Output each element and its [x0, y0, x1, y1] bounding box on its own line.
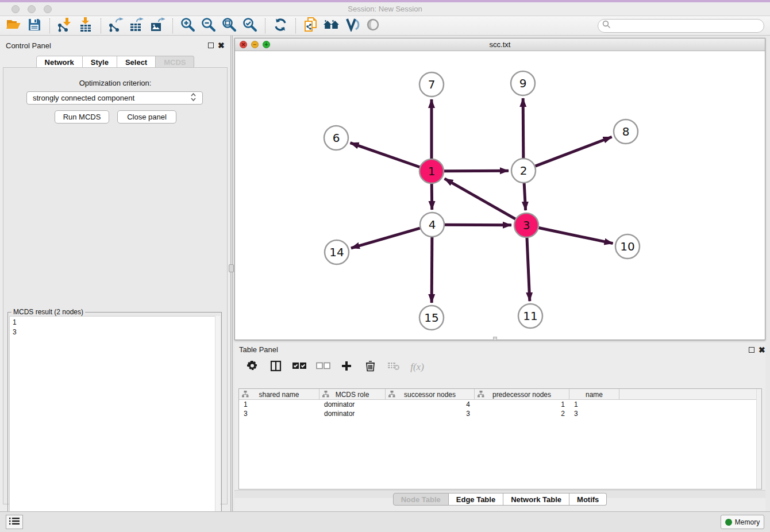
search-field[interactable]: [598, 19, 764, 33]
table-panel: Table Panel ✖ f(x) shared nameMCDS roles…: [234, 343, 765, 511]
search-input[interactable]: [611, 22, 754, 30]
export-network-button[interactable]: [106, 17, 126, 34]
graph-edge-4-14[interactable]: [351, 228, 420, 248]
tab-select[interactable]: Select: [117, 56, 156, 68]
tab-motifs[interactable]: Motifs: [569, 493, 607, 506]
toggle-graphics-details-button[interactable]: [342, 17, 363, 34]
column-panel-button[interactable]: [268, 360, 283, 374]
select-all-columns-button[interactable]: [292, 360, 307, 374]
table-cell: 1: [239, 400, 319, 409]
import-table-button[interactable]: [75, 17, 96, 34]
home-button[interactable]: [321, 17, 342, 34]
criterion-value: strongly connected component: [33, 94, 134, 102]
optimization-criterion-label: Optimization criterion:: [3, 79, 227, 87]
hierarchy-icon: [388, 391, 395, 399]
table-scrollbar[interactable]: [756, 389, 761, 489]
float-table-panel-icon[interactable]: [749, 347, 754, 353]
table-settings-button[interactable]: [245, 360, 260, 374]
zoom-out-button[interactable]: [198, 17, 219, 34]
gear-icon: [247, 360, 258, 374]
refresh-button[interactable]: [270, 17, 291, 34]
list-icon: [9, 517, 20, 527]
function-builder-button[interactable]: f(x): [410, 360, 425, 374]
graph-node-label-15: 15: [424, 311, 438, 325]
graph-edge-2-8[interactable]: [536, 137, 612, 166]
table-cell: 3: [239, 409, 319, 418]
zoom-fit-icon: [222, 17, 237, 34]
memory-button[interactable]: Memory: [721, 515, 764, 529]
import-table-icon: [79, 17, 93, 34]
graph-edge-2-3[interactable]: [524, 183, 525, 210]
delete-table-button[interactable]: [386, 360, 401, 374]
criterion-dropdown[interactable]: strongly connected component: [26, 91, 203, 105]
delete-column-button[interactable]: [363, 360, 378, 374]
network-canvas[interactable]: 7968124314101511: [235, 51, 765, 340]
graph-edge-2-9[interactable]: [523, 98, 523, 158]
open-session-button[interactable]: [3, 17, 24, 34]
zoom-fit-button[interactable]: [219, 17, 240, 34]
zoom-in-button[interactable]: [178, 17, 198, 34]
graph-edge-1-6[interactable]: [351, 143, 420, 167]
network-window-titlebar[interactable]: ✕ − + scc.txt: [235, 38, 765, 51]
column-header-shared-name[interactable]: shared name: [239, 389, 319, 400]
table-cell: 1: [569, 400, 619, 409]
navigator-eye-icon: [365, 18, 380, 34]
run-mcds-button[interactable]: Run MCDS: [55, 110, 109, 124]
close-panel-icon[interactable]: ✖: [218, 41, 225, 50]
table-row[interactable]: 1dominator411: [239, 400, 761, 409]
save-session-button[interactable]: [24, 17, 45, 34]
zoom-selected-button[interactable]: [240, 17, 260, 34]
graph-edge-4-3[interactable]: [445, 225, 511, 225]
mcds-result-groupbox: MCDS result (2 nodes) 1 3: [7, 312, 222, 532]
window-title: Session: New Session: [0, 5, 770, 13]
graph-edge-1-2[interactable]: [444, 171, 509, 171]
column-header-MCDS-role[interactable]: MCDS role: [319, 389, 386, 400]
tab-network-table[interactable]: Network Table: [503, 493, 569, 506]
graph-node-label-7: 7: [428, 78, 436, 91]
table-panel-title: Table Panel: [239, 345, 278, 354]
zoom-in-icon: [180, 17, 195, 34]
graph-node-label-10: 10: [620, 240, 634, 253]
import-network-button[interactable]: [55, 17, 75, 34]
table-header-row: shared nameMCDS rolesuccessor nodesprede…: [239, 389, 761, 400]
mcds-result-text[interactable]: 1 3: [9, 316, 220, 531]
open-folder-icon: [6, 18, 22, 34]
window-resize-handle[interactable]: [493, 337, 497, 341]
mcds-panel: Optimization criterion: strongly connect…: [3, 67, 228, 504]
column-header-predecessor-nodes[interactable]: predecessor nodes: [475, 389, 569, 400]
create-column-button[interactable]: [339, 360, 354, 374]
zoom-out-icon: [201, 17, 216, 34]
result-scrollbar[interactable]: [215, 316, 220, 531]
splitter-handle[interactable]: [229, 264, 234, 272]
close-table-panel-icon[interactable]: ✖: [759, 345, 765, 354]
float-panel-icon[interactable]: [208, 43, 214, 48]
close-panel-button[interactable]: Close panel: [117, 110, 176, 124]
export-table-button[interactable]: [126, 17, 147, 34]
graph-edge-3-1[interactable]: [445, 179, 515, 219]
tab-network[interactable]: Network: [36, 56, 83, 68]
graph-node-label-3: 3: [523, 218, 530, 232]
graph-edge-4-15[interactable]: [432, 237, 432, 303]
new-network-from-file-button[interactable]: [301, 17, 321, 34]
save-floppy-icon: [28, 18, 41, 34]
tab-edge-table[interactable]: Edge Table: [449, 493, 503, 506]
graph-edge-3-11[interactable]: [527, 238, 530, 301]
export-image-button[interactable]: [147, 17, 168, 34]
vertical-splitter[interactable]: [230, 36, 233, 511]
tab-mcds[interactable]: MCDS: [156, 56, 194, 68]
table-cell: 2: [475, 409, 569, 418]
table-row[interactable]: 3dominator323: [239, 409, 761, 418]
graph-node-label-6: 6: [333, 131, 340, 145]
graph-node-label-8: 8: [622, 125, 630, 138]
show-navigator-button[interactable]: [363, 17, 383, 34]
column-label: MCDS role: [336, 391, 369, 399]
column-header-successor-nodes[interactable]: successor nodes: [386, 389, 475, 400]
task-history-button[interactable]: [6, 515, 23, 529]
column-header-name[interactable]: name: [569, 389, 619, 400]
control-panel-title: Control Panel: [6, 41, 51, 50]
control-panel-tabs: NetworkStyleSelectMCDS: [0, 56, 230, 68]
graph-edge-3-10[interactable]: [539, 228, 613, 244]
tab-node-table[interactable]: Node Table: [393, 493, 449, 506]
unselect-all-columns-button[interactable]: [315, 360, 330, 374]
tab-style[interactable]: Style: [83, 56, 117, 68]
